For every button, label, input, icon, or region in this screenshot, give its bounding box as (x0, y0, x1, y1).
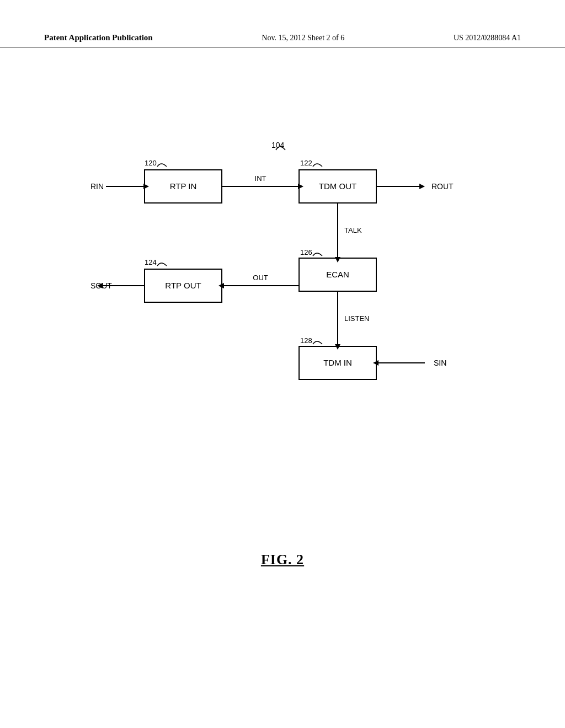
bracket-128 (313, 341, 322, 344)
rin-arrowhead (143, 184, 149, 189)
out-label: OUT (253, 274, 268, 282)
rtp-out-label: RTP OUT (165, 281, 201, 290)
int-arrowhead (298, 184, 303, 189)
circuit-diagram: 104 120 122 124 126 128 RTP IN TDM OUT R… (89, 110, 476, 441)
talk-arrowhead (335, 257, 340, 263)
tdm-in-label: TDM IN (323, 358, 352, 367)
bracket-124 (157, 263, 167, 266)
label-122: 122 (300, 159, 312, 167)
int-label: INT (255, 174, 266, 183)
sin-label: SIN (434, 358, 446, 367)
label-128: 128 (300, 336, 312, 345)
page-header: Patent Application Publication Nov. 15, … (0, 33, 565, 47)
listen-label: LISTEN (344, 314, 370, 323)
bracket-120 (157, 164, 167, 167)
label-104: 104 (271, 141, 285, 149)
rout-label: ROUT (431, 182, 454, 191)
ecan-label: ECAN (326, 270, 349, 279)
bracket-126 (313, 253, 322, 256)
publication-label: Patent Application Publication (44, 33, 153, 42)
rin-label: RIN (90, 182, 104, 191)
date-sheet-label: Nov. 15, 2012 Sheet 2 of 6 (262, 34, 344, 42)
rtp-in-label: RTP IN (170, 181, 197, 191)
bracket-122 (313, 164, 322, 167)
label-120: 120 (145, 159, 157, 167)
talk-label: TALK (344, 226, 362, 234)
sout-label: SOUT (90, 281, 112, 290)
fig-caption-text: FIG. 2 (261, 552, 304, 568)
rout-arrowhead (419, 184, 425, 189)
tdm-out-label: TDM OUT (319, 181, 356, 191)
diagram-area: 104 120 122 124 126 128 RTP IN TDM OUT R… (0, 110, 565, 441)
label-126: 126 (300, 248, 312, 256)
label-124: 124 (145, 258, 157, 266)
patent-number-label: US 2012/0288084 A1 (454, 34, 521, 42)
figure-caption: FIG. 2 (0, 552, 565, 568)
